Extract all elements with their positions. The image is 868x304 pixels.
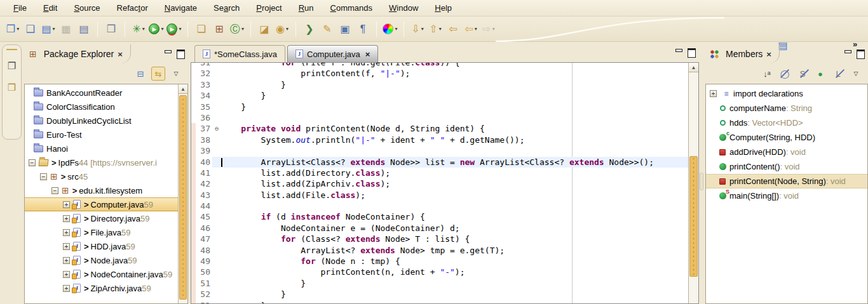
- member-item-hdds[interactable]: hdds : Vector<HDD>: [706, 116, 867, 130]
- tree-item-euro-test[interactable]: Euro-Test: [25, 128, 178, 142]
- debug-button-dropdown-icon[interactable]: ▾: [142, 26, 145, 32]
- code-line-34[interactable]: 34 }: [191, 90, 688, 101]
- code-line-50[interactable]: 50 printContent(n, ident + "-");: [191, 267, 688, 277]
- code-line-37[interactable]: 37⊖ private void printContent(Node d, St…: [191, 123, 688, 134]
- tree-item-node-java[interactable]: +J>Node.java 59: [25, 253, 178, 267]
- show-whitespace-button[interactable]: ¶: [355, 20, 370, 38]
- tree-item-ipdfs[interactable]: −>IpdFs 44 [https://svnserver.i: [25, 155, 178, 169]
- tree-item-hanoi[interactable]: Hanoi: [25, 142, 178, 155]
- back-button-dropdown-icon[interactable]: ▾: [475, 26, 477, 32]
- menu-window[interactable]: Window: [381, 1, 426, 16]
- editor-body[interactable]: 31 for (File f : hdd.get(File.class)) {3…: [191, 62, 699, 304]
- editor-scrollbar-thumb[interactable]: [689, 156, 698, 277]
- member-item-printcontent-node-string[interactable]: printContent(Node, String) : void: [706, 174, 867, 188]
- menu-help[interactable]: Help: [426, 1, 460, 16]
- new-wizard-button[interactable]: ❐▾: [5, 20, 20, 38]
- view-menu-button[interactable]: ▽: [169, 67, 183, 81]
- code-line-43[interactable]: 43 list.add(File.class);: [191, 190, 688, 201]
- tree-item-ziparchiv-java[interactable]: +J>ZipArchiv.java 59: [25, 281, 178, 295]
- tree-expander-icon[interactable]: −: [29, 159, 36, 166]
- copy-windows-button[interactable]: ❒: [104, 20, 119, 38]
- code-line-49[interactable]: 49 for (Node n : tmp) {: [191, 256, 688, 267]
- sort-button[interactable]: ↓ᵃ: [760, 67, 774, 81]
- maximize-button[interactable]: [177, 50, 184, 56]
- tree-expander-icon[interactable]: −: [40, 173, 47, 180]
- external-tools-button-dropdown-icon[interactable]: ▾: [179, 26, 181, 32]
- menu-commands[interactable]: Commands: [322, 1, 381, 16]
- code-line-52[interactable]: 52 }: [191, 289, 688, 300]
- member-item-adddrive-hdd[interactable]: addDrive(HDD) : void: [706, 145, 867, 159]
- code-line-53[interactable]: 53 }: [191, 300, 688, 304]
- tree-expander-icon[interactable]: +: [63, 215, 70, 222]
- member-item-computer-string-hdd[interactable]: cComputer(String, HDD): [706, 130, 867, 145]
- code-line-40[interactable]: 40 ArrayList<Class<? extends Node>> list…: [191, 157, 688, 168]
- member-item-main-string[interactable]: Smain(String[]) : void: [706, 188, 867, 203]
- member-item-import-declarations[interactable]: +≡import declarations: [706, 86, 867, 101]
- run-last-launch-button[interactable]: ❯: [302, 20, 317, 38]
- menu-run[interactable]: Run: [290, 1, 322, 16]
- run-button[interactable]: ▶▾: [149, 20, 164, 38]
- editor-maximize-button[interactable]: [688, 48, 695, 55]
- open-type-button[interactable]: ◪: [257, 20, 272, 38]
- search-button-dropdown-icon[interactable]: ▾: [286, 26, 288, 32]
- tree-item-doublylinkedcycliclist[interactable]: DoublyLinkedCyclicList: [25, 114, 178, 128]
- code-line-41[interactable]: 41 list.add(Directory.class);: [191, 168, 688, 178]
- tree-expander-icon[interactable]: +: [63, 257, 70, 264]
- code-line-44[interactable]: 44: [191, 201, 688, 211]
- new-wizard-button-dropdown-icon[interactable]: ▾: [17, 26, 19, 32]
- back-button[interactable]: ⇦▾: [463, 20, 478, 38]
- print-button[interactable]: ▤: [76, 20, 92, 38]
- members-maximize-button[interactable]: [857, 50, 864, 56]
- tree-item-bankaccountreader[interactable]: BankAccountReader: [25, 86, 178, 100]
- tree-expander-icon[interactable]: +: [63, 243, 70, 250]
- code-line-39[interactable]: 39: [191, 145, 688, 156]
- show-source-button[interactable]: ▣: [337, 20, 353, 38]
- code-line-42[interactable]: 42 list.add(ZipArchiv.class);: [191, 178, 688, 189]
- hide-fields-button[interactable]: ◯: [778, 67, 792, 81]
- tree-item-nodecontainer-java[interactable]: +J>NodeContainer.java 59: [25, 267, 178, 281]
- editor-tab-close-icon[interactable]: ×: [365, 50, 370, 59]
- members-minimize-button[interactable]: [844, 50, 851, 56]
- fast-view-bar-handle[interactable]: [6, 48, 17, 50]
- scroll-up-icon[interactable]: ▲: [179, 84, 187, 94]
- color-wheel-button[interactable]: ▾: [383, 20, 398, 38]
- member-item-printcontent[interactable]: printContent() : void: [706, 159, 867, 174]
- menu-source[interactable]: Source: [65, 1, 108, 16]
- color-wheel-button-dropdown-icon[interactable]: ▾: [395, 26, 397, 32]
- code-line-51[interactable]: 51 }: [191, 278, 688, 289]
- editor-tab-computer-java[interactable]: JComputer.java×: [287, 45, 378, 62]
- run-button-dropdown-icon[interactable]: ▾: [161, 26, 163, 32]
- previous-annotation-button-dropdown-icon[interactable]: ▾: [439, 26, 442, 32]
- previous-annotation-button[interactable]: ⇧▾: [428, 20, 443, 38]
- hide-static-button[interactable]: S: [796, 67, 810, 81]
- tree-item-colorclassification[interactable]: ColorClassification: [25, 100, 178, 114]
- tree-expander-icon[interactable]: +: [63, 271, 70, 278]
- menu-edit[interactable]: Edit: [35, 1, 65, 16]
- code-line-33[interactable]: 33 }: [191, 79, 688, 90]
- editor-minimize-button[interactable]: [675, 48, 682, 55]
- tree-item-file-java[interactable]: +J>File.java 59: [25, 225, 178, 239]
- show-public-button[interactable]: ●: [813, 67, 827, 81]
- members-tab[interactable]: Members ×: [705, 44, 780, 63]
- new-class-button-dropdown-icon[interactable]: ▾: [241, 26, 244, 32]
- search-button[interactable]: ◉▾: [275, 20, 290, 38]
- new-view-button[interactable]: ▤▾: [41, 20, 56, 38]
- members-close-icon[interactable]: ×: [766, 50, 771, 59]
- tree-item-src[interactable]: −⊞>src 45: [25, 169, 178, 183]
- code-line-35[interactable]: 35 }: [191, 102, 688, 112]
- menu-refactor[interactable]: Refactor: [109, 1, 156, 16]
- tree-item-computer-java[interactable]: +J>Computer.java 59: [25, 197, 178, 211]
- code-line-36[interactable]: 36: [191, 112, 688, 123]
- restore-windows-icon[interactable]: ❐: [3, 60, 21, 72]
- menu-search[interactable]: Search: [205, 1, 248, 16]
- next-annotation-button[interactable]: ⇩▾: [410, 20, 425, 38]
- debug-button[interactable]: ✳▾: [131, 20, 146, 38]
- tree-expander-icon[interactable]: +: [63, 229, 70, 236]
- minimize-button[interactable]: [164, 50, 172, 56]
- tree-item-hdd-java[interactable]: +J>HDD.java 59: [25, 239, 178, 253]
- fast-view-folder-icon[interactable]: ❒: [3, 82, 21, 93]
- sash-handle[interactable]: [700, 173, 703, 190]
- editor-scroll-up-icon[interactable]: ▲: [689, 63, 698, 72]
- next-annotation-button-dropdown-icon[interactable]: ▾: [421, 26, 424, 32]
- tree-item-directory-java[interactable]: +J>Directory.java 59: [25, 211, 178, 225]
